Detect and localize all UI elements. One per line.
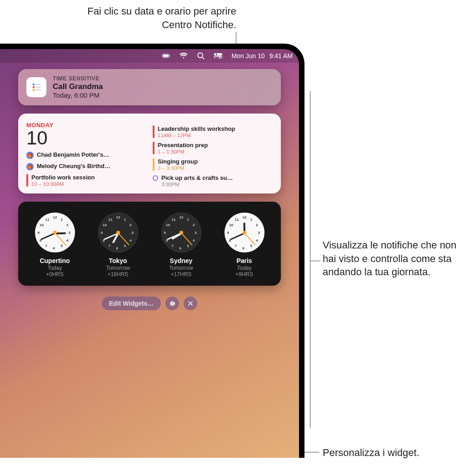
calendar-event[interactable]: 🎁Chad Benjamin Potter's… xyxy=(26,151,146,159)
menubar-datetime[interactable]: Mon Jun 10 9:41 AM xyxy=(231,52,293,60)
event-marker xyxy=(26,174,28,187)
svg-rect-6 xyxy=(214,56,222,59)
svg-rect-2 xyxy=(170,55,170,57)
callout-top: Fai clic su data e orario per aprire Cen… xyxy=(68,5,236,31)
clock-offset: +9HRS xyxy=(215,271,274,278)
leader-line xyxy=(310,91,310,428)
svg-point-7 xyxy=(216,54,217,55)
event-title: Chad Benjamin Potter's… xyxy=(37,151,146,158)
notification-tag: TIME SENSITIVE xyxy=(53,75,103,82)
widget-controls: Edit Widgets… xyxy=(18,297,281,310)
event-time: 3:30PM xyxy=(161,182,273,187)
clock-offset: +16HRS xyxy=(89,271,147,278)
calendar-event[interactable]: Presentation prep1 – 1:30PM xyxy=(153,142,273,154)
clock-face: 123456789101112 xyxy=(161,213,201,253)
wifi-icon[interactable] xyxy=(180,52,188,60)
leader-line xyxy=(310,261,320,261)
calendar-day-number: 10 xyxy=(26,129,146,148)
notification-card[interactable]: TIME SENSITIVE Call Grandma Today, 6:00 … xyxy=(18,69,281,105)
svg-point-11 xyxy=(33,86,35,88)
calendar-event[interactable]: Pick up arts & crafts su…3:30PM xyxy=(153,174,273,187)
event-marker xyxy=(153,125,155,138)
event-title: Leadership skills workshop xyxy=(158,125,273,132)
clock-cupertino: 123456789101112CupertinoToday+0HRS xyxy=(25,213,84,278)
menubar: Mon Jun 10 9:41 AM xyxy=(0,49,299,63)
event-title: Melody Cheung's Birthd… xyxy=(37,163,146,169)
clock-city: Paris xyxy=(215,257,274,264)
svg-rect-13 xyxy=(36,84,41,85)
clock-day: Tomorrow xyxy=(152,265,210,271)
event-marker xyxy=(153,175,158,181)
birthday-icon: 🎁 xyxy=(26,152,34,159)
event-title: Presentation prep xyxy=(158,142,273,149)
svg-point-10 xyxy=(33,84,35,85)
clock-face: 123456789101112 xyxy=(225,213,264,253)
event-marker xyxy=(153,158,155,171)
notification-subtitle: Today, 6:00 PM xyxy=(53,91,103,99)
clock-face: 123456789101112 xyxy=(98,213,138,253)
svg-rect-14 xyxy=(36,87,41,88)
event-title: Pick up arts & crafts su… xyxy=(161,174,273,181)
clock-tokyo: 123456789101112TokyoTomorrow+16HRS xyxy=(89,213,147,278)
callout-right: Visualizza le notifiche che non hai vist… xyxy=(323,238,464,279)
device-frame: Mon Jun 10 9:41 AM TIME SENSITIVE Call G… xyxy=(0,44,304,458)
event-time: 1 – 1:30PM xyxy=(158,149,273,154)
world-clock-widget[interactable]: 123456789101112CupertinoToday+0HRS123456… xyxy=(18,202,281,286)
screen: Mon Jun 10 9:41 AM TIME SENSITIVE Call G… xyxy=(0,49,299,458)
notification-title: Call Grandma xyxy=(53,82,103,91)
event-title: Portfolio work session xyxy=(31,174,146,181)
search-icon[interactable] xyxy=(197,52,205,60)
clock-face: 123456789101112 xyxy=(35,213,75,253)
event-time: 3 – 3:30PM xyxy=(158,165,273,171)
menubar-date: Mon Jun 10 xyxy=(231,52,264,60)
clock-sydney: 123456789101112SydneyTomorrow+17HRS xyxy=(152,213,210,278)
calendar-event[interactable]: Singing group3 – 3:30PM xyxy=(153,158,273,171)
svg-point-8 xyxy=(219,57,221,59)
clock-day: Tomorrow xyxy=(89,265,147,271)
event-marker xyxy=(153,142,155,154)
edit-widgets-button[interactable]: Edit Widgets… xyxy=(102,297,161,310)
svg-line-4 xyxy=(203,57,205,59)
clock-day: Today xyxy=(25,265,84,271)
reminders-app-icon xyxy=(26,77,46,97)
settings-button[interactable] xyxy=(165,297,179,310)
clock-offset: +17HRS xyxy=(152,271,210,278)
calendar-event[interactable]: Portfolio work session10 – 10:30AM xyxy=(26,174,146,187)
svg-rect-15 xyxy=(36,89,41,90)
close-button[interactable] xyxy=(184,297,197,310)
event-title: Singing group xyxy=(158,158,273,165)
event-time: 10 – 10:30AM xyxy=(31,181,146,187)
control-center-icon[interactable] xyxy=(214,52,222,60)
calendar-widget[interactable]: MONDAY 10 🎁Chad Benjamin Potter's…🎁Melod… xyxy=(18,114,281,193)
clock-city: Sydney xyxy=(152,257,210,264)
battery-icon[interactable] xyxy=(162,52,170,60)
clock-city: Tokyo xyxy=(89,257,147,264)
event-time: 11AM – 12PM xyxy=(158,133,273,138)
svg-point-3 xyxy=(198,53,203,58)
clock-paris: 123456789101112ParisToday+9HRS xyxy=(215,213,274,278)
calendar-event[interactable]: 🎁Melody Cheung's Birthd… xyxy=(26,163,146,170)
svg-rect-1 xyxy=(163,55,169,57)
calendar-event[interactable]: Leadership skills workshop11AM – 12PM xyxy=(153,125,273,138)
clock-offset: +0HRS xyxy=(25,271,84,278)
svg-point-12 xyxy=(33,89,35,91)
clock-city: Cupertino xyxy=(25,257,84,264)
notification-center: TIME SENSITIVE Call Grandma Today, 6:00 … xyxy=(18,69,281,310)
birthday-icon: 🎁 xyxy=(26,163,34,170)
menubar-time: 9:41 AM xyxy=(269,52,293,60)
callout-bottom: Personalizza i widget. xyxy=(323,446,464,460)
clock-day: Today xyxy=(215,265,274,271)
svg-rect-5 xyxy=(214,53,222,55)
